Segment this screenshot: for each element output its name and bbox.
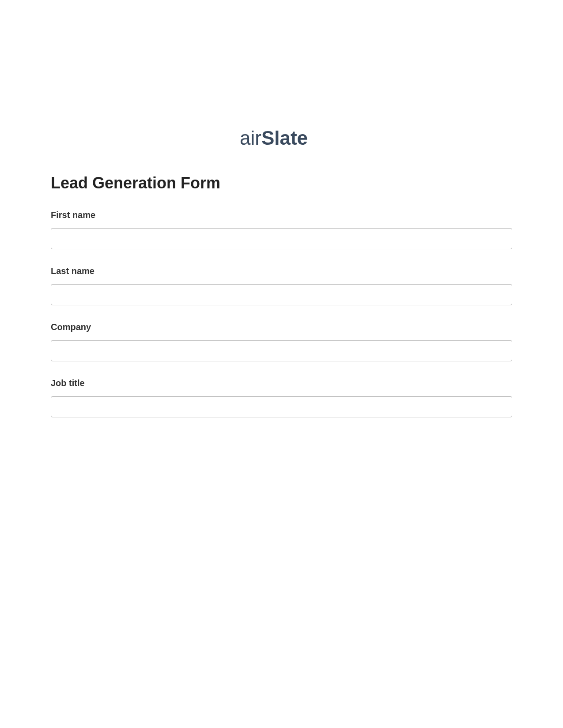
first-name-input[interactable] — [51, 228, 512, 249]
job-title-input[interactable] — [51, 396, 512, 417]
svg-text:airSlate: airSlate — [240, 128, 308, 149]
first-name-label: First name — [51, 210, 512, 220]
logo-part-slate: Slate — [261, 128, 307, 149]
job-title-label: Job title — [51, 378, 512, 388]
airslate-logo-icon: airSlate — [240, 128, 324, 150]
field-company-group: Company — [51, 322, 512, 361]
logo-container: airSlate — [51, 128, 512, 152]
company-input[interactable] — [51, 340, 512, 361]
field-last-name-group: Last name — [51, 266, 512, 305]
field-first-name-group: First name — [51, 210, 512, 249]
airslate-logo: airSlate — [240, 128, 324, 152]
field-job-title-group: Job title — [51, 378, 512, 417]
form-title: Lead Generation Form — [51, 174, 512, 192]
page: airSlate Lead Generation Form First name… — [0, 0, 563, 417]
last-name-input[interactable] — [51, 284, 512, 305]
last-name-label: Last name — [51, 266, 512, 276]
logo-part-air: air — [240, 128, 261, 149]
company-label: Company — [51, 322, 512, 332]
